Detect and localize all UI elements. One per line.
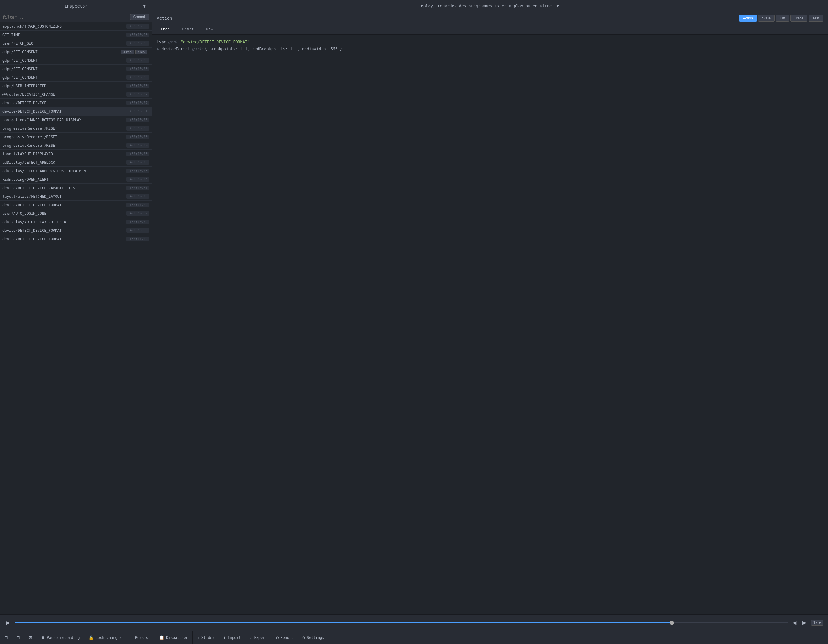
bottom-toolbar: ⊞ ⊟ ⊠ ⏺ Pause recording 🔒 Lock changes ⬆…	[0, 631, 828, 644]
layout-btn-2[interactable]: ⊟	[12, 631, 24, 644]
action-item[interactable]: gdpr/USER_INTERACTED +00:00.00	[0, 82, 152, 90]
action-item[interactable]: layout/LAYOUT_DISPLAYED +00:00.00	[0, 150, 152, 158]
action-name: device/DETECT_DEVICE_FORMAT	[2, 228, 126, 233]
inspector-dropdown-icon[interactable]: ▼	[143, 4, 146, 8]
action-name: adDisplay/DETECT_ADBLOCK	[2, 160, 126, 165]
action-item[interactable]: user/AUTO_LOGIN_DONE +00:00.32	[0, 209, 152, 218]
remote-button[interactable]: ⚙ Remote	[272, 631, 298, 644]
code-type-value: "device/DETECT_DEVICE_FORMAT"	[181, 38, 250, 45]
inspector-title: Inspector ▼	[0, 4, 152, 8]
action-item[interactable]: adDisplay/DETECT_ADBLOCK +00:00.15	[0, 158, 152, 167]
action-item[interactable]: device/DETECT_DEVICE_FORMAT +00:05.38	[0, 226, 152, 235]
speed-arrow-icon: ▼	[819, 620, 821, 625]
persist-label: Persist	[135, 636, 151, 640]
filter-input[interactable]	[2, 15, 128, 19]
playback-bar: ▶ ◀ ▶ 1x ▼	[0, 614, 828, 631]
action-item[interactable]: navigation/CHANGE_BOTTOM_BAR_DISPLAY +00…	[0, 116, 152, 124]
action-item[interactable]: layout/alias/FETCHED_LAYOUT +00:00.18	[0, 192, 152, 201]
panel-action-label: Action	[157, 16, 172, 20]
persist-button[interactable]: ⬆ Persist	[126, 631, 155, 644]
sub-tab-raw[interactable]: Raw	[200, 24, 219, 35]
action-name: @@router/LOCATION_CHANGE	[2, 92, 126, 97]
action-list: applaunch/TRACK_CUSTOMIZING +00:00.39 GE…	[0, 22, 152, 614]
action-name: layout/alias/FETCHED_LAYOUT	[2, 195, 126, 199]
action-item[interactable]: gdpr/SET_CONSENT +00:00.00	[0, 73, 152, 82]
action-name: user/AUTO_LOGIN_DONE	[2, 211, 126, 216]
action-item[interactable]: gdpr/SET_CONSENT Jump Skip	[0, 48, 152, 56]
action-item[interactable]: @@router/LOCATION_CHANGE +00:00.02	[0, 90, 152, 99]
action-item[interactable]: applaunch/TRACK_CUSTOMIZING +00:00.39	[0, 22, 152, 31]
action-item[interactable]: gdpr/SET_CONSENT +00:00.00	[0, 65, 152, 73]
remote-icon: ⚙	[276, 635, 279, 640]
action-name: device/DETECT_DEVICE_CAPABILITIES	[2, 186, 126, 190]
action-item[interactable]: device/DETECT_DEVICE_FORMAT +00:01.42	[0, 201, 152, 209]
tab-trace-button[interactable]: Trace	[790, 15, 808, 22]
jump-button[interactable]: Jump	[121, 50, 134, 54]
prev-button[interactable]: ◀	[792, 619, 798, 627]
pause-recording-icon: ⏺	[41, 635, 45, 640]
lock-changes-label: Lock changes	[96, 636, 122, 640]
tab-state-button[interactable]: State	[758, 15, 775, 22]
tab-buttons: ActionStateDiffTraceTest	[739, 15, 823, 22]
layout-btn-1[interactable]: ⊞	[0, 631, 12, 644]
tab-diff-button[interactable]: Diff	[776, 15, 789, 22]
action-time: +00:00.10	[126, 33, 149, 37]
timeline-thumb	[670, 620, 674, 625]
action-time: +00:00.07	[126, 101, 149, 105]
right-header: Action ActionStateDiffTraceTest	[152, 12, 828, 24]
left-panel: Commit applaunch/TRACK_CUSTOMIZING +00:0…	[0, 12, 152, 614]
action-name: adDisplay/DETECT_ADBLOCK_POST_TREATMENT	[2, 169, 126, 173]
action-item[interactable]: device/DETECT_DEVICE_CAPABILITIES +00:00…	[0, 184, 152, 192]
lock-changes-button[interactable]: 🔒 Lock changes	[84, 631, 126, 644]
app-dropdown-icon[interactable]: ▼	[557, 4, 559, 8]
dispatcher-button[interactable]: 📋 Dispatcher	[155, 631, 193, 644]
action-item[interactable]: device/DETECT_DEVICE +00:00.07	[0, 99, 152, 107]
slider-button[interactable]: ⬆ Slider	[193, 631, 219, 644]
expand-arrow-icon[interactable]: ▶	[157, 45, 159, 52]
sub-tab-chart[interactable]: Chart	[176, 24, 200, 35]
export-button[interactable]: ⬇ Export	[245, 631, 272, 644]
action-item[interactable]: gdpr/SET_CONSENT +00:00.00	[0, 56, 152, 65]
action-item-buttons: Jump Skip	[121, 50, 147, 54]
action-item[interactable]: adDisplay/AD_DISPLAY_CRITERIA +00:00.02	[0, 218, 152, 226]
pause-recording-button[interactable]: ⏺ Pause recording	[36, 631, 84, 644]
action-item[interactable]: kidnapping/OPEN_ALERT +00:00.14	[0, 175, 152, 184]
action-name: device/DETECT_DEVICE_FORMAT	[2, 109, 126, 114]
code-panel: type (pin): "device/DETECT_DEVICE_FORMAT…	[152, 35, 828, 614]
skip-button[interactable]: Skip	[135, 50, 147, 54]
inspector-label: Inspector	[64, 4, 88, 8]
action-item[interactable]: GET_TIME +00:00.10	[0, 31, 152, 39]
action-name: applaunch/TRACK_CUSTOMIZING	[2, 24, 126, 28]
next-button[interactable]: ▶	[801, 619, 808, 627]
action-item[interactable]: progressiveRenderer/RESET +00:00.00	[0, 141, 152, 150]
action-time: +00:00.15	[126, 160, 149, 165]
action-item[interactable]: device/DETECT_DEVICE_FORMAT +00:01.12	[0, 235, 152, 243]
tab-action-button[interactable]: Action	[739, 15, 757, 22]
action-name: progressiveRenderer/RESET	[2, 126, 126, 130]
speed-selector[interactable]: 1x ▼	[811, 620, 823, 626]
settings-button[interactable]: ⚙ Settings	[298, 631, 329, 644]
action-time: +00:00.02	[126, 220, 149, 224]
action-item[interactable]: progressiveRenderer/RESET +00:00.00	[0, 124, 152, 133]
tab-test-button[interactable]: Test	[809, 15, 823, 22]
action-time: +00:00.14	[126, 177, 149, 182]
timeline-track[interactable]	[14, 622, 788, 624]
action-item[interactable]: device/DETECT_DEVICE_FORMAT +00:00.31	[0, 107, 152, 116]
action-time: +00:00.00	[126, 126, 149, 130]
action-item[interactable]: adDisplay/DETECT_ADBLOCK_POST_TREATMENT …	[0, 167, 152, 175]
filter-bar: Commit	[0, 12, 152, 22]
slider-icon: ⬆	[197, 635, 199, 640]
action-time: +00:00.32	[126, 211, 149, 216]
commit-button[interactable]: Commit	[130, 14, 149, 20]
play-button[interactable]: ▶	[5, 619, 11, 627]
sub-tab-tree[interactable]: Tree	[154, 24, 176, 35]
top-header: Inspector ▼ 6play, regardez des programm…	[0, 0, 828, 12]
import-button[interactable]: ⬆ Import	[219, 631, 245, 644]
action-item[interactable]: user/FETCH_GEO +00:00.03	[0, 39, 152, 48]
action-time: +00:00.03	[126, 41, 149, 46]
action-name: gdpr/SET_CONSENT	[2, 58, 126, 63]
action-name: progressiveRenderer/RESET	[2, 143, 126, 148]
remote-label: Remote	[280, 636, 293, 640]
action-item[interactable]: progressiveRenderer/RESET +00:00.00	[0, 133, 152, 141]
layout-btn-3[interactable]: ⊠	[24, 631, 36, 644]
